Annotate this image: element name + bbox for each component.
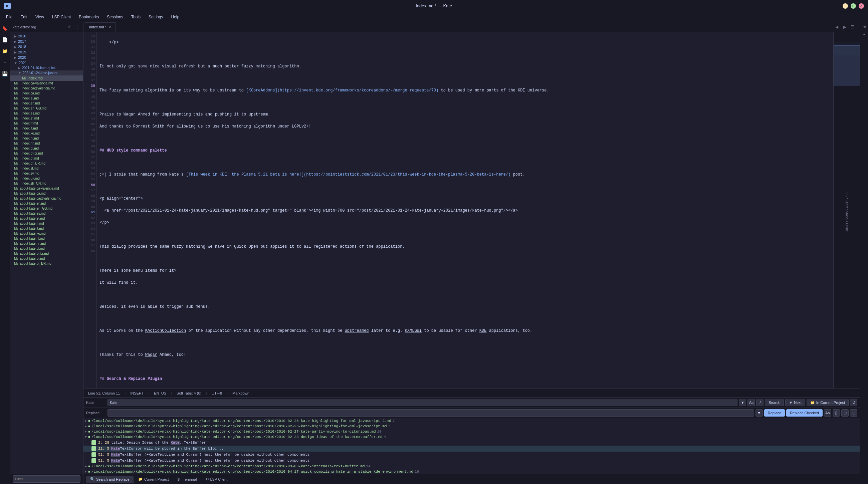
replace-checked-button[interactable]: Replace Checked — [786, 409, 823, 417]
menu-lsp-client[interactable]: LSP Client — [49, 13, 74, 21]
tree-item-ca-at-val[interactable]: M↓_index.ca@valencia.md — [10, 86, 83, 91]
replace-option-2[interactable]: [] — [833, 409, 840, 417]
tree-item-jan10[interactable]: ▶2021-01-10-kate-quick-... — [10, 65, 83, 70]
tree-item-en-gb[interactable]: M↓_index.en_GB.md — [10, 106, 83, 111]
tree-item-2021[interactable]: ▼2021 — [10, 60, 83, 65]
tree-item-2020[interactable]: ▶2020 — [10, 55, 83, 60]
tree-item-it[interactable]: M↓_index.it.md — [10, 126, 83, 131]
replace-collapse-button[interactable]: ⊟ — [850, 409, 857, 417]
sidebar-icon-filesystem[interactable]: 💾 — [1, 70, 9, 77]
tree-item-about-it[interactable]: M↓about-kate.it.md — [10, 226, 83, 231]
tree-item-zh-cn[interactable]: M↓_index.zh_CN.md — [10, 181, 83, 186]
replace-option-1[interactable]: Aa — [824, 409, 831, 417]
encoding-indicator[interactable]: UTF-8 — [210, 391, 224, 395]
maximize-button[interactable]: □ — [850, 3, 856, 9]
tab-prev-button[interactable]: ◀ — [833, 24, 840, 30]
tree-item-about-pl[interactable]: M↓about-kate.pl.md — [10, 246, 83, 251]
tree-item-about-ko[interactable]: M↓about-kate.ko.md — [10, 231, 83, 236]
close-button[interactable]: ✕ — [859, 3, 864, 9]
menu-view[interactable]: View — [32, 13, 48, 21]
minimap[interactable]: LSP Client Symbol Outline — [833, 32, 860, 389]
replace-button[interactable]: Replace — [764, 409, 785, 417]
insert-mode[interactable]: INSERT — [128, 391, 146, 395]
tab-index-md[interactable]: index.md * ✕ — [85, 22, 116, 32]
tab-current-project[interactable]: 📁 Current Project — [134, 476, 173, 483]
tree-item-pt-br[interactable]: M↓_index.pt-br.md — [10, 151, 83, 156]
minimize-button[interactable]: ─ — [843, 3, 848, 9]
right-panel-icon-1[interactable]: ◀ — [861, 23, 867, 29]
tree-item-sv[interactable]: M↓_index.sv.md — [10, 171, 83, 176]
tree-item-ca[interactable]: M↓_index.ca.md — [10, 91, 83, 96]
tree-item-ko[interactable]: M↓_index.ko.md — [10, 131, 83, 136]
tree-item-2019[interactable]: ▶2019 — [10, 50, 83, 55]
result-match-4-2[interactable]: 21: 5 KateTextCursor will be stored in t… — [84, 446, 860, 452]
sidebar-icon-bookmarks[interactable]: 🔖 — [1, 25, 9, 32]
tree-item-about-pt[interactable]: M↓about-kate.pt.md — [10, 256, 83, 261]
search-options-toggle[interactable]: ▼ — [739, 399, 746, 406]
match-checkbox-4-2[interactable] — [91, 446, 96, 451]
tab-next-button[interactable]: ▶ — [841, 24, 848, 30]
tree-item-about-en[interactable]: M↓about-kate.en.md — [10, 201, 83, 206]
match-checkbox-4-1[interactable] — [91, 440, 96, 445]
tree-item-about-pt-br[interactable]: M↓about-kate.pt-br.md — [10, 251, 83, 256]
sidebar-icon-documents[interactable]: 📄 — [1, 36, 9, 43]
filetree-refresh-button[interactable]: ↺ — [66, 24, 72, 30]
tab-terminal[interactable]: $_ Terminal — [174, 476, 201, 483]
result-file-5[interactable]: ▶ ■ /local/ssd/cullmann/kde/build/syntax… — [84, 464, 860, 469]
editor-text[interactable]: </p> It not only got some nice visual re… — [97, 32, 833, 389]
menu-sessions[interactable]: Sessions — [103, 13, 127, 21]
in-current-project-button[interactable]: 📁 In Current Project — [807, 399, 849, 406]
tree-item-about-nl[interactable]: M↓about-kate.nl.md — [10, 236, 83, 241]
language-indicator[interactable]: EN_US — [152, 391, 168, 395]
result-file-4[interactable]: ▼ ■ /local/ssd/cullmann/kde/build/syntax… — [84, 434, 860, 440]
result-file-1[interactable]: ▶ ■ /local/ssd/cullmann/kde/build/syntax… — [84, 418, 860, 424]
tree-item-pl[interactable]: M↓_index.pl.md — [10, 146, 83, 151]
tree-item-jan24[interactable]: ▼2021-01-24-kate-januar... — [10, 70, 83, 75]
filetree-options-button[interactable]: ⋮ — [74, 24, 81, 30]
tree-item-about-et[interactable]: M↓about-kate.et.md — [10, 216, 83, 221]
search-refresh-button[interactable]: ↺ — [850, 399, 857, 406]
tree-item-about-ca-val[interactable]: M↓about-kate.ca-valencia.md — [10, 186, 83, 191]
tree-item-pt-BR[interactable]: M↓_index.pt_BR.md — [10, 161, 83, 166]
menu-bookmarks[interactable]: Bookmarks — [75, 13, 102, 21]
search-input[interactable] — [107, 399, 738, 406]
result-file-6[interactable]: ▶ ■ /local/ssd/cullmann/kde/build/syntax… — [84, 469, 860, 474]
tree-item-en[interactable]: M↓_index.en.md — [10, 101, 83, 106]
menu-tools[interactable]: Tools — [128, 13, 144, 21]
tree-item-nl[interactable]: M↓_index.nl.md — [10, 136, 83, 141]
right-panel-icon-2[interactable]: ▲ — [861, 31, 867, 37]
tree-item-index-md[interactable]: M↓index.md — [10, 75, 83, 81]
menu-file[interactable]: File — [3, 13, 16, 21]
tree-item-about-pt-BR[interactable]: M↓about-kate.pt_BR.md — [10, 261, 83, 266]
menu-help[interactable]: Help — [167, 13, 183, 21]
next-button[interactable]: ▼ Next — [785, 399, 805, 406]
replace-options-toggle[interactable]: ▼ — [755, 409, 763, 417]
tree-item-uk[interactable]: M↓_index.uk.md — [10, 176, 83, 181]
tree-item-about-en-gb[interactable]: M↓about-kate.en_GB.md — [10, 206, 83, 211]
menu-edit[interactable]: Edit — [17, 13, 31, 21]
tab-close-button[interactable]: ✕ — [108, 25, 111, 29]
replace-input[interactable] — [107, 409, 754, 417]
match-checkbox-4-3[interactable] — [91, 452, 96, 457]
match-checkbox-4-4[interactable] — [91, 458, 96, 463]
tree-item-2018[interactable]: ▶2018 — [10, 44, 83, 50]
tree-item-es[interactable]: M↓_index.es.md — [10, 111, 83, 116]
tree-item-fr[interactable]: M↓_index.fr.md — [10, 121, 83, 126]
tree-item-nn[interactable]: M↓_index.nn.md — [10, 141, 83, 146]
tree-item-about-ca-at[interactable]: M↓about-kate.ca@valencia.md — [10, 196, 83, 201]
result-file-2[interactable]: ▶ ■ /local/ssd/cullmann/kde/build/syntax… — [84, 424, 860, 429]
syntax-indicator[interactable]: Markdown — [230, 391, 251, 395]
tree-item-about-fr[interactable]: M↓about-kate.fr.md — [10, 221, 83, 226]
tab-search-replace[interactable]: 🔍 Search and Replace — [86, 476, 133, 483]
tree-item-sl[interactable]: M↓_index.sl.md — [10, 166, 83, 171]
tree-item-el[interactable]: M↓_index.el.md — [10, 96, 83, 101]
tree-item-about-ca[interactable]: M↓about-kate.ca.md — [10, 191, 83, 196]
tree-item-et[interactable]: M↓_index.et.md — [10, 116, 83, 121]
tree-item-pt[interactable]: M↓_index.pt.md — [10, 156, 83, 161]
search-button[interactable]: Search — [765, 399, 784, 406]
tree-item-2017[interactable]: ▶2017 — [10, 39, 83, 44]
result-file-3[interactable]: ▶ ■ /local/ssd/cullmann/kde/build/syntax… — [84, 429, 860, 434]
menu-settings[interactable]: Settings — [145, 13, 166, 21]
result-match-4-1[interactable]: 2: 28 title: Design Ideas of the Kate::T… — [84, 440, 860, 446]
search-regex[interactable]: .* — [756, 399, 764, 406]
